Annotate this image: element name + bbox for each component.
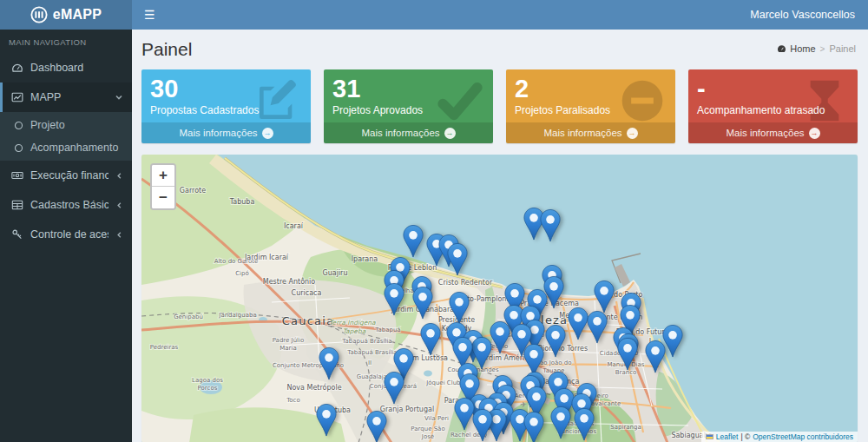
map-place-label: Granja Portugal	[380, 406, 434, 413]
stat-label: Projetos Paralisados	[515, 104, 667, 116]
map-marker[interactable]	[403, 225, 424, 258]
map-place-label: Parque São	[411, 426, 444, 432]
leaflet-link[interactable]: Leaflet	[716, 432, 739, 441]
zoom-in-button[interactable]: +	[152, 165, 174, 187]
map-marker[interactable]	[420, 323, 441, 356]
stat-label: Projetos Aprovados	[332, 104, 484, 116]
stat-box-inner: 30 Propostas Cadastrados	[141, 69, 311, 122]
more-info-link[interactable]: Mais informações →	[506, 122, 675, 143]
zoom-out-button[interactable]: −	[152, 187, 174, 208]
stat-value: 30	[150, 75, 302, 103]
user-menu[interactable]: Marcelo Vasconcellos	[737, 9, 868, 21]
app-logo[interactable]: eMAPP	[0, 0, 132, 30]
map-place-label: Iparana	[352, 255, 378, 263]
stat-box-inner: - Acompanhamento atrasado	[688, 69, 858, 122]
arrow-circle-right-icon: →	[627, 128, 638, 139]
stat-box-inner: 31 Projetos Aprovados	[324, 69, 493, 122]
map-place-label: Tabapuá	[374, 327, 400, 333]
sidebar-item-label: Dashboard	[30, 62, 123, 74]
map-place-label: Tapeba	[343, 327, 366, 335]
sidebar-item-execucao-financeira[interactable]: Execução financeira	[0, 161, 132, 190]
map-marker[interactable]	[316, 404, 337, 437]
map-place-label: Nova Metrópole	[286, 383, 341, 392]
map-marker[interactable]	[594, 280, 615, 313]
breadcrumb-home-label: Home	[790, 43, 815, 54]
more-info-link[interactable]: Mais informações →	[688, 122, 858, 143]
map-place-label: Lagoa dos	[192, 377, 223, 384]
map-marker[interactable]	[490, 321, 510, 354]
map-marker[interactable]	[412, 287, 433, 320]
map-marker[interactable]	[545, 325, 566, 358]
arrow-circle-right-icon: →	[262, 128, 273, 139]
map-place-label: Guajiru	[323, 269, 348, 277]
map-marker[interactable]	[617, 338, 638, 371]
sidebar-item-projeto[interactable]: Projeto	[0, 114, 132, 136]
map-place-label: Maria	[279, 345, 296, 352]
map-marker[interactable]	[384, 283, 404, 316]
map-marker[interactable]	[550, 406, 571, 439]
sidebar-item-acompanhamento[interactable]: Acompanhamento	[0, 136, 132, 159]
map-place-label: Caucaia	[282, 314, 334, 327]
leaflet-map[interactable]: GarroteTabubaIcaraíAlto do GaroteCipóJar…	[141, 155, 858, 442]
sidebar-item-mapp[interactable]: MAPP	[0, 82, 132, 112]
stat-value: 2	[515, 75, 667, 103]
chevron-down-icon	[115, 93, 123, 102]
map-place-label: Toco	[286, 397, 300, 404]
more-info-link[interactable]: Mais informações →	[324, 122, 493, 143]
content-header: Painel Home > Painel	[132, 30, 868, 68]
map-marker[interactable]	[523, 412, 544, 442]
map-marker[interactable]	[366, 411, 387, 442]
sidebar-item-dashboard[interactable]: Dashboard	[0, 53, 132, 82]
key-icon	[11, 228, 23, 241]
emapp-logo-icon	[30, 6, 48, 23]
map-place-label: Cristo Redentor	[438, 279, 493, 287]
sidebar-item-controle-de-acesso[interactable]: Controle de acesso	[0, 220, 132, 249]
map-zoom-control: + −	[150, 163, 176, 210]
map-place-label: Curicaca	[292, 289, 322, 297]
map-place-label: Jardim Icaraí	[244, 254, 289, 261]
top-navbar: eMAPP ☰ Marcelo Vasconcellos	[0, 0, 868, 30]
breadcrumb-current: Painel	[829, 43, 856, 54]
breadcrumb-home-link[interactable]: Home	[777, 43, 815, 54]
money-icon	[11, 169, 23, 181]
map-marker[interactable]	[587, 311, 608, 344]
map-place-label: Terra Indígena	[329, 319, 376, 327]
map-place-label: Genipabú	[174, 313, 203, 320]
stat-box-inner: 2 Projetos Paralisados	[506, 69, 675, 122]
sidebar-item-label: MAPP	[30, 91, 108, 103]
breadcrumb-separator: >	[820, 44, 825, 54]
sidebar-item-label: Projeto	[30, 119, 65, 131]
map-marker[interactable]	[472, 409, 493, 442]
more-info-link[interactable]: Mais informações →	[141, 122, 311, 143]
chevron-left-icon	[115, 172, 123, 180]
map-place-label: Vila Peri	[424, 415, 449, 422]
line-chart-icon	[11, 91, 23, 103]
map-marker[interactable]	[384, 372, 404, 405]
map-marker[interactable]	[319, 347, 339, 380]
content-area: Painel Home > Painel 30 Propostas Cadast…	[132, 30, 868, 442]
map-marker[interactable]	[574, 408, 595, 441]
map-marker[interactable]	[540, 209, 561, 242]
map-marker[interactable]	[449, 292, 470, 325]
map-attribution: Leaflet | © OpenStreetMap contribuidores	[701, 432, 858, 442]
map-marker[interactable]	[568, 307, 589, 340]
more-info-label: Mais informações	[361, 128, 439, 138]
sidebar-item-label: Controle de acesso	[30, 228, 108, 241]
hamburger-icon: ☰	[144, 8, 155, 22]
sidebar: MAIN NAVIGATION Dashboard MAPP Projeto A…	[0, 30, 132, 442]
chevron-left-icon	[115, 231, 123, 239]
sidebar-toggle-button[interactable]: ☰	[132, 0, 168, 30]
more-info-label: Mais informações	[179, 128, 257, 138]
map-place-label: Padre Júlio	[273, 337, 305, 344]
arrow-circle-right-icon: →	[809, 128, 820, 139]
stat-box-propostas: 30 Propostas Cadastrados Mais informaçõe…	[141, 69, 311, 143]
sidebar-item-label: Cadastros Básicos	[30, 199, 108, 211]
map-marker[interactable]	[447, 243, 468, 276]
sidebar-item-cadastros-basicos[interactable]: Cadastros Básicos	[0, 190, 132, 220]
osm-link[interactable]: OpenStreetMap contribuidores	[753, 432, 853, 441]
stat-label: Acompanhamento atrasado	[697, 104, 849, 116]
map-place-label: Tabapuá Brasília	[341, 338, 391, 345]
stat-label: Propostas Cadastrados	[150, 104, 302, 116]
map-place-label: Tabuba	[229, 198, 255, 206]
map-marker[interactable]	[645, 340, 666, 373]
